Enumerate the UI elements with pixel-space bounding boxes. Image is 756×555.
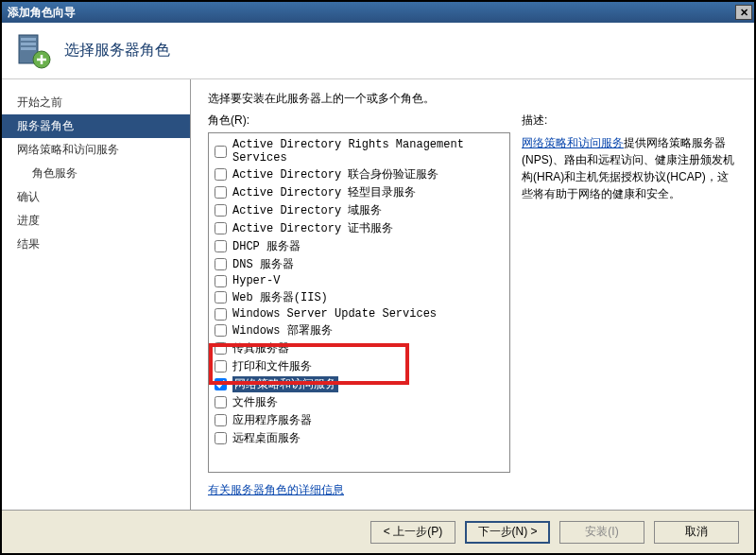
cancel-button[interactable]: 取消 [654, 521, 739, 544]
role-item-3[interactable]: Active Directory 域服务 [213, 201, 506, 219]
roles-label: 角色(R): [208, 113, 510, 129]
role-label: Hyper-V [232, 274, 280, 287]
page-title: 选择服务器角色 [64, 41, 170, 61]
more-info-link-container: 有关服务器角色的详细信息 [208, 482, 510, 498]
role-label: 传真服务器 [232, 340, 289, 356]
wizard-header: 选择服务器角色 [2, 23, 754, 79]
instruction-text: 选择要安装在此服务器上的一个或多个角色。 [208, 91, 737, 107]
role-label: DNS 服务器 [232, 256, 294, 272]
nav-sidebar: 开始之前服务器角色网络策略和访问服务角色服务确认进度结果 [2, 79, 191, 510]
role-checkbox-2[interactable] [215, 186, 227, 199]
role-item-16[interactable]: 远程桌面服务 [213, 429, 506, 447]
description-role-link[interactable]: 网络策略和访问服务 [522, 136, 624, 149]
nav-item-4[interactable]: 确认 [2, 185, 190, 209]
role-label: Active Directory 域服务 [232, 202, 382, 218]
role-item-4[interactable]: Active Directory 证书服务 [213, 219, 506, 237]
role-item-6[interactable]: DNS 服务器 [213, 255, 506, 273]
role-item-7[interactable]: Hyper-V [213, 273, 506, 288]
roles-listbox[interactable]: Active Directory Rights Management Servi… [208, 132, 510, 473]
main-content: 选择要安装在此服务器上的一个或多个角色。 角色(R): Active Direc… [191, 79, 754, 510]
nav-item-0[interactable]: 开始之前 [2, 91, 190, 114]
role-label: Active Directory 轻型目录服务 [232, 184, 416, 200]
role-checkbox-0[interactable] [215, 146, 227, 158]
role-checkbox-15[interactable] [215, 414, 227, 426]
role-checkbox-9[interactable] [215, 308, 227, 321]
server-role-icon [13, 31, 53, 71]
nav-item-5[interactable]: 进度 [2, 209, 190, 233]
role-item-9[interactable]: Windows Server Update Services [213, 306, 506, 321]
svg-rect-3 [21, 47, 36, 50]
role-label: Windows Server Update Services [232, 307, 437, 321]
nav-item-3[interactable]: 角色服务 [2, 162, 190, 185]
role-checkbox-8[interactable] [215, 291, 227, 304]
titlebar: 添加角色向导 ✕ [2, 2, 754, 23]
description-panel: 描述: 网络策略和访问服务提供网络策略服务器(NPS)、路由和远程访问、健康注册… [522, 113, 737, 498]
prev-button[interactable]: < 上一步(P) [370, 521, 455, 544]
role-label: 远程桌面服务 [232, 430, 301, 446]
role-label: 打印和文件服务 [232, 358, 312, 374]
role-checkbox-13[interactable] [215, 378, 227, 390]
role-item-13[interactable]: 网络策略和访问服务 [213, 375, 506, 393]
wizard-window: 添加角色向导 ✕ 选择服务器角色 开始之前服务器角色网络策略和访问服务角色服务确… [0, 0, 756, 555]
window-title: 添加角色向导 [8, 5, 76, 21]
description-text: 网络策略和访问服务提供网络策略服务器(NPS)、路由和远程访问、健康注册颁发机构… [522, 134, 737, 202]
role-checkbox-12[interactable] [215, 360, 227, 373]
role-item-12[interactable]: 打印和文件服务 [213, 357, 506, 375]
role-label: Active Directory 证书服务 [232, 220, 393, 236]
role-label: Windows 部署服务 [232, 322, 333, 338]
role-item-14[interactable]: 文件服务 [213, 393, 506, 411]
description-label: 描述: [522, 113, 737, 129]
role-checkbox-5[interactable] [215, 240, 227, 252]
role-checkbox-3[interactable] [215, 204, 227, 217]
role-checkbox-14[interactable] [215, 396, 227, 408]
role-checkbox-6[interactable] [215, 258, 227, 270]
role-label: Web 服务器(IIS) [232, 289, 328, 305]
role-item-10[interactable]: Windows 部署服务 [213, 321, 506, 339]
role-label: DHCP 服务器 [232, 238, 301, 254]
svg-rect-2 [21, 43, 36, 45]
role-label: 网络策略和访问服务 [232, 376, 338, 392]
role-checkbox-10[interactable] [215, 324, 227, 337]
role-checkbox-16[interactable] [215, 432, 227, 444]
role-item-15[interactable]: 应用程序服务器 [213, 411, 506, 429]
role-label: 应用程序服务器 [232, 412, 312, 428]
nav-item-2[interactable]: 网络策略和访问服务 [2, 138, 190, 162]
role-label: Active Directory 联合身份验证服务 [232, 166, 438, 182]
wizard-body: 开始之前服务器角色网络策略和访问服务角色服务确认进度结果 选择要安装在此服务器上… [2, 79, 754, 510]
more-info-link[interactable]: 有关服务器角色的详细信息 [208, 483, 344, 496]
role-checkbox-4[interactable] [215, 222, 227, 234]
close-button[interactable]: ✕ [735, 5, 752, 20]
role-item-2[interactable]: Active Directory 轻型目录服务 [213, 183, 506, 201]
role-label: 文件服务 [232, 394, 278, 410]
role-item-1[interactable]: Active Directory 联合身份验证服务 [213, 165, 506, 183]
role-checkbox-1[interactable] [215, 168, 227, 181]
next-button[interactable]: 下一步(N) > [465, 521, 550, 544]
role-label: Active Directory Rights Management Servi… [232, 138, 504, 165]
nav-item-6[interactable]: 结果 [2, 233, 190, 256]
install-button[interactable]: 安装(I) [559, 521, 644, 544]
role-item-8[interactable]: Web 服务器(IIS) [213, 288, 506, 306]
role-checkbox-7[interactable] [215, 275, 227, 287]
role-item-5[interactable]: DHCP 服务器 [213, 237, 506, 255]
svg-rect-1 [21, 38, 36, 41]
wizard-footer: < 上一步(P) 下一步(N) > 安装(I) 取消 [2, 510, 754, 553]
role-checkbox-11[interactable] [215, 342, 227, 355]
role-item-0[interactable]: Active Directory Rights Management Servi… [213, 137, 506, 165]
nav-item-1[interactable]: 服务器角色 [2, 114, 190, 138]
role-item-11[interactable]: 传真服务器 [213, 339, 506, 357]
